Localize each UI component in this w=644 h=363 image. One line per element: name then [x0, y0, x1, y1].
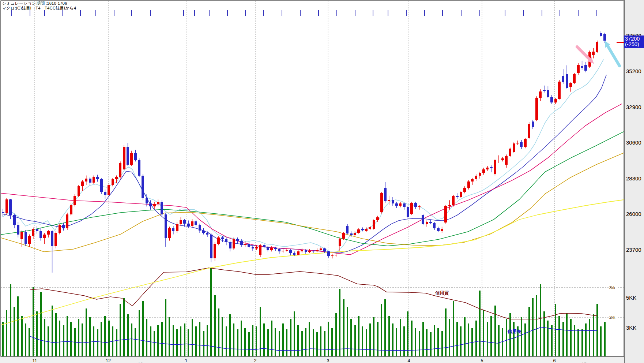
- volume-bar: [263, 323, 265, 356]
- volume-bar: [373, 317, 374, 356]
- candle-down: [100, 179, 103, 192]
- candle-up: [596, 42, 598, 52]
- candle-down: [562, 76, 564, 82]
- candle-up: [259, 245, 261, 255]
- volume-bar: [14, 307, 15, 356]
- volume-bar: [494, 306, 496, 357]
- candle-up: [573, 74, 576, 83]
- candle-down: [165, 214, 167, 239]
- volume-bar: [313, 329, 314, 356]
- candle-up: [43, 235, 46, 239]
- candle-up: [168, 228, 171, 239]
- volume-bar: [286, 329, 287, 356]
- candle-down: [39, 231, 42, 238]
- candle-down: [161, 202, 163, 214]
- candle-down: [289, 250, 292, 253]
- candle-down: [2, 212, 4, 213]
- volume-bar: [358, 316, 359, 356]
- candle-up: [244, 244, 246, 245]
- volume-bar: [271, 321, 272, 357]
- candle-up: [509, 149, 511, 156]
- candle-down: [240, 241, 243, 246]
- volume-bar: [275, 328, 276, 356]
- volume-bar: [150, 326, 151, 356]
- volume-bar: [343, 299, 344, 356]
- candle-up: [479, 173, 481, 175]
- volume-bar: [305, 328, 306, 356]
- candle-up: [486, 168, 489, 169]
- candle-up: [513, 143, 515, 152]
- candle-down: [51, 231, 53, 246]
- chart-canvas[interactable]: 3kk2kk信用買信用売3750035200329003060028300260…: [0, 0, 644, 363]
- volume-bar: [237, 329, 238, 356]
- candle-up: [426, 222, 428, 224]
- volume-bar: [210, 268, 212, 356]
- candle-up: [399, 203, 402, 206]
- volume-bar: [120, 304, 121, 356]
- volume-bar: [524, 323, 526, 356]
- volume-bar: [570, 319, 572, 356]
- candle-up: [286, 250, 288, 251]
- candle-up: [569, 83, 572, 87]
- volume-bar: [218, 308, 219, 356]
- candle-down: [346, 226, 349, 233]
- volume-axis-label: 3KK: [626, 325, 636, 331]
- candle-down: [603, 34, 606, 41]
- threshold-label: 2kk: [609, 315, 615, 319]
- volume-bar: [596, 304, 598, 356]
- volume-bar: [415, 328, 416, 356]
- candle-down: [206, 233, 208, 234]
- candle-down: [221, 237, 224, 239]
- volume-bar: [173, 325, 174, 356]
- candle-up: [270, 248, 273, 250]
- volume-bar: [252, 325, 253, 356]
- margin-sell-label: 信用売: [507, 329, 521, 334]
- candle-down: [263, 245, 265, 247]
- candle-down: [414, 203, 417, 207]
- volume-bar: [449, 319, 450, 356]
- candle-up: [255, 247, 258, 248]
- volume-bar: [362, 326, 363, 356]
- volume-bar: [244, 328, 246, 356]
- volume-bar: [146, 319, 147, 356]
- candle-up: [501, 158, 504, 160]
- volume-bar: [555, 304, 556, 356]
- candle-down: [225, 239, 227, 242]
- volume-bar: [366, 329, 367, 356]
- volume-bar: [135, 328, 136, 356]
- candle-up: [535, 98, 538, 120]
- price-axis-label: 23700: [626, 247, 641, 253]
- candle-up: [505, 156, 508, 165]
- candle-down: [566, 74, 568, 88]
- volume-bar: [566, 313, 568, 356]
- candle-up: [233, 239, 235, 248]
- candle-down: [62, 225, 65, 228]
- volume-bar: [460, 326, 462, 356]
- candle-up: [463, 188, 466, 192]
- volume-bar: [2, 322, 4, 356]
- volume-bar: [55, 313, 57, 356]
- candle-up: [376, 217, 379, 220]
- candle-up: [59, 225, 61, 233]
- volume-bar: [490, 316, 492, 356]
- candle-down: [142, 176, 144, 198]
- volume-bar: [532, 298, 534, 356]
- volume-bar: [116, 329, 117, 356]
- candle-down: [403, 203, 406, 207]
- candle-up: [93, 177, 95, 183]
- candle-up: [28, 236, 31, 244]
- candle-up: [369, 227, 371, 228]
- volume-bar: [199, 322, 200, 356]
- candle-up: [47, 231, 50, 234]
- candle-up: [180, 220, 182, 224]
- candle-up: [108, 185, 110, 195]
- candle-up: [78, 186, 80, 195]
- candle-down: [395, 203, 398, 206]
- volume-bar: [509, 313, 511, 356]
- candle-up: [316, 250, 319, 251]
- candle-up: [482, 169, 485, 173]
- candle-down: [392, 200, 394, 203]
- volume-bar: [521, 317, 522, 356]
- candle-up: [214, 244, 216, 258]
- candle-down: [9, 199, 12, 215]
